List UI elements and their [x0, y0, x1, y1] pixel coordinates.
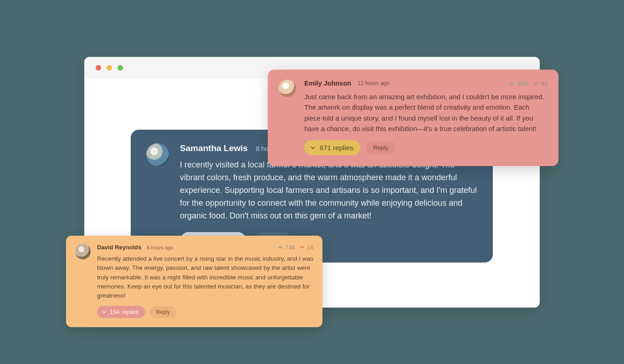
replies-count-label: 194 replies — [110, 308, 139, 315]
comment-text: I recently visited a local farmer's mark… — [180, 159, 477, 222]
vote-controls: 943 42 — [508, 80, 547, 87]
chevron-down-icon — [102, 309, 107, 315]
comment-author: Emily Johnson — [304, 80, 351, 87]
downvote-button[interactable]: 14 — [299, 244, 313, 251]
comment-text: Recently attended a live concert by a ri… — [97, 254, 313, 300]
reply-button[interactable]: Reply — [366, 141, 395, 154]
window-maximize-dot[interactable] — [118, 65, 123, 71]
reply-button[interactable]: Reply — [150, 306, 177, 318]
downvote-count: 42 — [541, 80, 547, 87]
comment-time: 12 hours ago — [358, 80, 389, 86]
comment-card-emily: Emily Johnson 12 hours ago 943 42 Just c… — [268, 70, 558, 166]
upvote-button[interactable]: 734 — [277, 244, 295, 251]
comment-text: Just came back from an amazing art exhib… — [304, 91, 547, 134]
comment-body: David Reynolds 6 hours ago 734 14 Recent… — [97, 244, 313, 318]
comment-time: 6 hours ago — [147, 245, 174, 250]
chevron-up-icon — [277, 244, 283, 250]
upvote-count: 943 — [517, 80, 527, 87]
downvote-count: 14 — [307, 244, 313, 251]
chevron-down-icon — [310, 145, 316, 151]
avatar — [279, 80, 296, 97]
upvote-count: 734 — [285, 244, 295, 251]
comment-header: Emily Johnson 12 hours ago 943 42 — [304, 80, 547, 87]
window-close-dot[interactable] — [96, 65, 101, 71]
avatar — [75, 244, 91, 259]
window-minimize-dot[interactable] — [107, 65, 112, 71]
downvote-button[interactable]: 42 — [532, 80, 547, 87]
upvote-button[interactable]: 943 — [508, 80, 527, 87]
comment-header: David Reynolds 6 hours ago 734 14 — [97, 244, 313, 251]
comment-actions: 194 replies Reply — [97, 306, 313, 318]
replies-toggle[interactable]: 671 replies — [304, 140, 360, 155]
chevron-up-icon — [508, 80, 515, 87]
comment-body: Emily Johnson 12 hours ago 943 42 Just c… — [304, 80, 547, 155]
comment-author: David Reynolds — [97, 244, 142, 251]
chevron-down-icon — [299, 244, 305, 250]
avatar — [146, 143, 169, 166]
vote-controls: 734 14 — [277, 244, 313, 251]
comment-actions: 671 replies Reply — [304, 140, 547, 155]
replies-toggle[interactable]: 194 replies — [97, 306, 145, 318]
comment-author: Samantha Lewis — [180, 143, 248, 153]
chevron-down-icon — [532, 80, 539, 87]
comment-card-david: David Reynolds 6 hours ago 734 14 Recent… — [66, 236, 322, 327]
replies-count-label: 671 replies — [320, 144, 353, 152]
